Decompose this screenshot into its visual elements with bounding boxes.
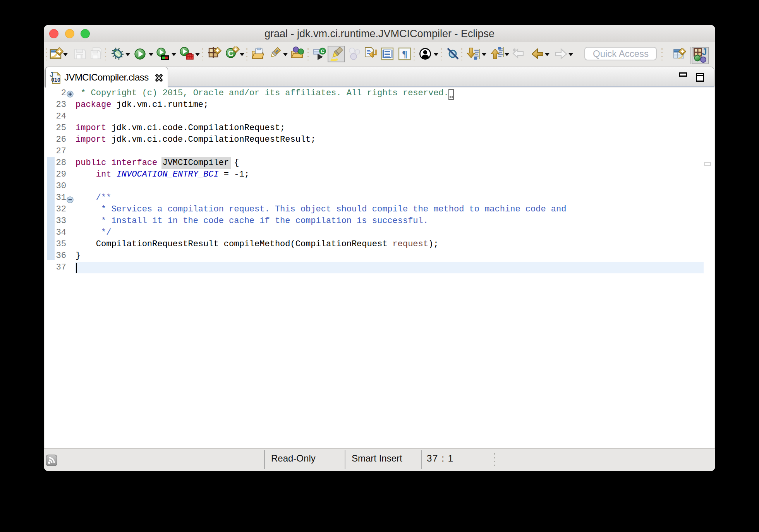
svg-text:J: J [702,47,707,57]
svg-text:C: C [321,48,325,54]
svg-text:¶: ¶ [402,48,407,60]
svg-text:J: J [50,71,53,78]
svg-text:C: C [228,49,234,58]
